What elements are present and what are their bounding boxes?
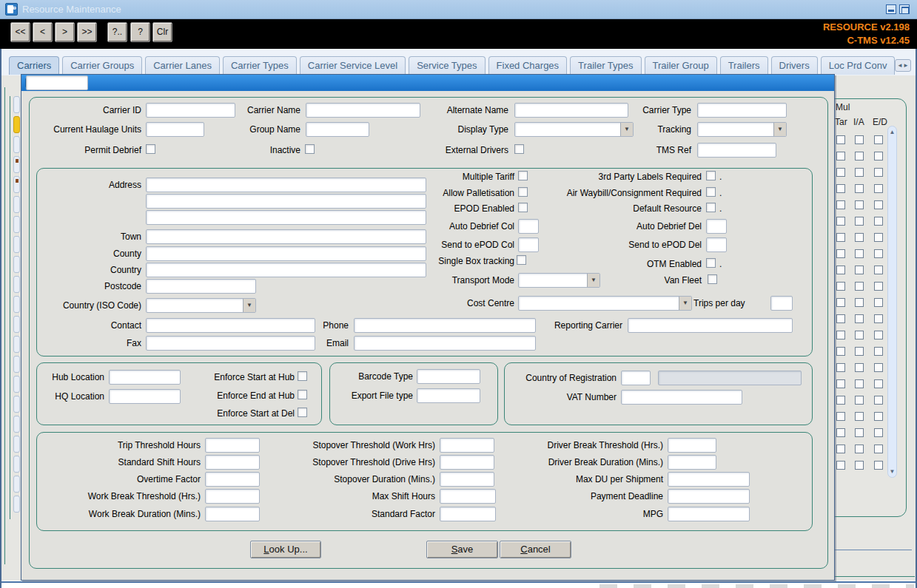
payment-deadline-input[interactable] bbox=[668, 489, 750, 504]
tab-trailer-group[interactable]: Trailer Group bbox=[645, 56, 717, 75]
epod-enabled-checkbox[interactable] bbox=[518, 203, 528, 212]
overtime-factor-label: Overtime Factor bbox=[53, 474, 201, 484]
bottom-scrollbar-area bbox=[0, 581, 917, 588]
max-shift-hours-input[interactable] bbox=[440, 489, 496, 504]
stopover-threshold-work-input[interactable] bbox=[440, 438, 494, 453]
tms-ref-input[interactable] bbox=[697, 143, 776, 158]
standard-factor-input[interactable] bbox=[440, 507, 496, 521]
reporting-carrier-input[interactable] bbox=[628, 318, 793, 333]
third-party-labels-checkbox[interactable] bbox=[706, 171, 716, 180]
tab-trailer-types[interactable]: Trailer Types bbox=[570, 56, 641, 75]
export-file-type-label: Export File type bbox=[339, 391, 413, 401]
tab-trailers[interactable]: Trailers bbox=[720, 56, 768, 75]
mpg-input[interactable] bbox=[668, 507, 750, 521]
first-record-button[interactable]: << bbox=[10, 22, 30, 42]
tab-carrier-service-level[interactable]: Carrier Service Level bbox=[300, 56, 406, 75]
scroll-down-icon[interactable]: ▼ bbox=[888, 467, 896, 476]
dropdown-arrow-icon[interactable]: ▼ bbox=[243, 299, 255, 312]
hub-location-input[interactable] bbox=[109, 370, 181, 385]
help-button[interactable]: ? bbox=[130, 22, 150, 42]
external-drivers-checkbox[interactable] bbox=[514, 144, 524, 154]
tab-carrier-lanes[interactable]: Carrier Lanes bbox=[145, 56, 220, 75]
enforce-start-hub-checkbox[interactable] bbox=[298, 371, 307, 381]
look-up-button[interactable]: Look Up... bbox=[250, 541, 321, 558]
query-button[interactable]: ?.. bbox=[107, 22, 127, 42]
horizontal-scrollbar[interactable] bbox=[599, 584, 914, 588]
period-text: . bbox=[719, 172, 722, 182]
allow-palletisation-checkbox[interactable] bbox=[518, 187, 528, 197]
stopover-duration-label: Stopover Duration (Mins.) bbox=[280, 474, 435, 484]
tab-service-types[interactable]: Service Types bbox=[409, 56, 485, 75]
tab-carrier-groups[interactable]: Carrier Groups bbox=[62, 56, 142, 75]
window-border-left bbox=[0, 19, 1, 588]
air-waybill-checkbox[interactable] bbox=[706, 187, 716, 197]
tracking-select[interactable]: ▼ bbox=[697, 122, 787, 137]
overtime-factor-input[interactable] bbox=[205, 472, 260, 487]
inactive-checkbox[interactable] bbox=[305, 144, 315, 154]
permit-debrief-checkbox[interactable] bbox=[146, 144, 155, 154]
driver-break-threshold-input[interactable] bbox=[668, 438, 716, 453]
payment-deadline-label: Payment Deadline bbox=[508, 491, 663, 501]
max-du-per-shipment-input[interactable] bbox=[668, 472, 750, 487]
van-fleet-checkbox[interactable] bbox=[708, 274, 717, 284]
epod-enabled-label: EPOD Enabled bbox=[374, 203, 514, 214]
scroll-up-icon[interactable]: ▲ bbox=[888, 127, 896, 137]
group-name-input[interactable] bbox=[306, 122, 369, 137]
previous-record-button[interactable]: < bbox=[33, 22, 53, 42]
trips-per-day-input[interactable] bbox=[770, 296, 793, 311]
period-text: . bbox=[719, 259, 722, 269]
hq-location-input[interactable] bbox=[109, 389, 181, 404]
clear-button[interactable]: Clr bbox=[152, 22, 172, 42]
standard-shift-hours-input[interactable] bbox=[205, 455, 260, 470]
country-of-registration-name-input bbox=[658, 371, 802, 385]
cost-centre-select[interactable]: ▼ bbox=[518, 296, 692, 311]
country-of-registration-input[interactable] bbox=[621, 371, 651, 385]
side-panel-scrollbar[interactable]: ▲ ▼ bbox=[887, 126, 897, 478]
stopover-duration-input[interactable] bbox=[440, 472, 494, 487]
maximize-icon[interactable] bbox=[899, 4, 910, 14]
address-label: Address bbox=[38, 180, 141, 190]
tab-carrier-types[interactable]: Carrier Types bbox=[223, 56, 297, 75]
multiple-tariff-checkbox[interactable] bbox=[518, 171, 528, 180]
cancel-button[interactable]: Cancel bbox=[500, 541, 571, 558]
trip-threshold-hours-input[interactable] bbox=[205, 438, 260, 453]
stopover-threshold-drive-input[interactable] bbox=[440, 455, 494, 470]
send-epod-del-input[interactable] bbox=[706, 237, 727, 252]
driver-break-duration-input[interactable] bbox=[668, 455, 716, 470]
background-highlighted-cell bbox=[13, 116, 20, 133]
phone-input[interactable] bbox=[354, 318, 536, 333]
next-record-button[interactable]: > bbox=[55, 22, 75, 42]
postcode-input[interactable] bbox=[146, 279, 256, 294]
work-break-duration-input[interactable] bbox=[205, 507, 260, 521]
country-iso-select[interactable]: ▼ bbox=[146, 298, 256, 313]
email-input[interactable] bbox=[354, 336, 536, 351]
otm-enabled-checkbox[interactable] bbox=[706, 258, 716, 268]
tab-loc-prd-conv[interactable]: Loc Prd Conv bbox=[821, 56, 896, 75]
dropdown-arrow-icon[interactable]: ▼ bbox=[773, 123, 786, 136]
carrier-type-input[interactable] bbox=[697, 103, 787, 118]
tab-scroll-icon[interactable]: ◄► bbox=[895, 59, 911, 72]
tab-drivers[interactable]: Drivers bbox=[771, 56, 818, 75]
window-titlebar: Resource Maintenance bbox=[0, 0, 917, 19]
work-break-threshold-input[interactable] bbox=[205, 489, 260, 504]
country-of-registration-label: Country of Registration bbox=[513, 373, 617, 383]
dropdown-arrow-icon[interactable]: ▼ bbox=[679, 297, 691, 310]
enforce-start-hub-label: Enforce Start at Hub bbox=[198, 372, 295, 382]
tab-strip: Carriers Carrier Groups Carrier Lanes Ca… bbox=[0, 49, 917, 75]
tab-fixed-charges[interactable]: Fixed Charges bbox=[488, 56, 568, 75]
auto-debrief-del-input[interactable] bbox=[706, 219, 727, 234]
vat-number-input[interactable] bbox=[621, 390, 742, 405]
current-haulage-units-input[interactable] bbox=[146, 122, 204, 137]
carrier-name-input[interactable] bbox=[306, 103, 420, 118]
background-line-1 bbox=[835, 550, 912, 550]
last-record-button[interactable]: >> bbox=[77, 22, 97, 42]
single-box-tracking-checkbox[interactable] bbox=[517, 255, 526, 265]
default-resource-checkbox[interactable] bbox=[706, 203, 716, 212]
save-button[interactable]: Save bbox=[426, 541, 498, 558]
barcode-type-input[interactable] bbox=[417, 369, 480, 384]
export-file-type-input[interactable] bbox=[417, 388, 480, 403]
minimize-icon[interactable] bbox=[886, 4, 896, 14]
enforce-start-del-checkbox[interactable] bbox=[298, 408, 307, 417]
enforce-end-hub-checkbox[interactable] bbox=[298, 390, 307, 399]
background-group-border-left2 bbox=[10, 96, 10, 519]
